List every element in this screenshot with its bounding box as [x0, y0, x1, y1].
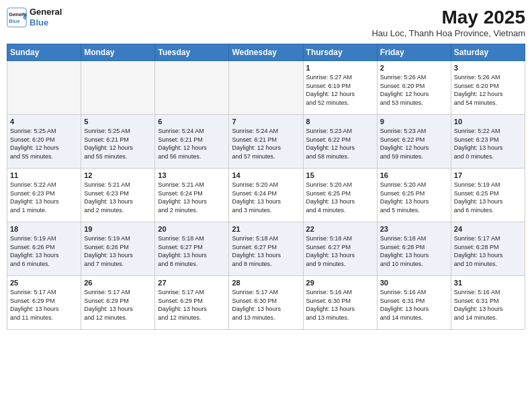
day-info: Sunrise: 5:27 AM Sunset: 6:19 PM Dayligh…: [306, 73, 374, 107]
day-info: Sunrise: 5:21 AM Sunset: 6:24 PM Dayligh…: [158, 181, 226, 214]
calendar-day-cell: 22Sunrise: 5:18 AM Sunset: 6:27 PM Dayli…: [303, 222, 377, 276]
calendar-day-cell: 1Sunrise: 5:27 AM Sunset: 6:19 PM Daylig…: [303, 61, 377, 115]
calendar-day-cell: 8Sunrise: 5:23 AM Sunset: 6:22 PM Daylig…: [303, 115, 377, 169]
logo-icon: General Blue: [7, 7, 27, 28]
day-number: 22: [306, 225, 374, 233]
page-header: General Blue General Blue May 2025 Hau L…: [7, 7, 525, 38]
calendar-week-row: 4Sunrise: 5:25 AM Sunset: 6:20 PM Daylig…: [7, 115, 525, 169]
calendar-day-cell: [7, 61, 81, 115]
day-number: 2: [380, 64, 448, 72]
calendar-day-cell: 5Sunrise: 5:25 AM Sunset: 6:21 PM Daylig…: [81, 115, 155, 169]
calendar-day-cell: 6Sunrise: 5:24 AM Sunset: 6:21 PM Daylig…: [155, 115, 229, 169]
day-header-thursday: Thursday: [303, 44, 377, 61]
calendar-day-cell: 18Sunrise: 5:19 AM Sunset: 6:26 PM Dayli…: [7, 222, 81, 276]
calendar-day-cell: 29Sunrise: 5:16 AM Sunset: 6:30 PM Dayli…: [303, 276, 377, 330]
logo-text-general: General: [30, 7, 62, 17]
calendar-day-cell: 19Sunrise: 5:19 AM Sunset: 6:26 PM Dayli…: [81, 222, 155, 276]
calendar-day-cell: [155, 61, 229, 115]
calendar-day-cell: 7Sunrise: 5:24 AM Sunset: 6:21 PM Daylig…: [229, 115, 303, 169]
day-number: 25: [10, 279, 78, 287]
day-info: Sunrise: 5:20 AM Sunset: 6:25 PM Dayligh…: [380, 181, 448, 214]
day-number: 29: [306, 279, 374, 287]
day-number: 27: [158, 279, 226, 287]
day-info: Sunrise: 5:26 AM Sunset: 6:20 PM Dayligh…: [454, 73, 522, 107]
day-number: 26: [84, 279, 152, 287]
day-info: Sunrise: 5:25 AM Sunset: 6:20 PM Dayligh…: [10, 127, 78, 161]
calendar-day-cell: 30Sunrise: 5:16 AM Sunset: 6:31 PM Dayli…: [377, 276, 451, 330]
day-info: Sunrise: 5:18 AM Sunset: 6:28 PM Dayligh…: [380, 234, 448, 268]
day-number: 11: [10, 171, 78, 179]
day-number: 23: [380, 225, 448, 233]
day-info: Sunrise: 5:16 AM Sunset: 6:31 PM Dayligh…: [380, 288, 448, 322]
day-header-tuesday: Tuesday: [155, 44, 229, 61]
day-number: 4: [10, 118, 78, 126]
calendar-day-cell: 17Sunrise: 5:19 AM Sunset: 6:25 PM Dayli…: [451, 169, 525, 222]
day-info: Sunrise: 5:16 AM Sunset: 6:30 PM Dayligh…: [306, 288, 374, 322]
day-info: Sunrise: 5:23 AM Sunset: 6:22 PM Dayligh…: [380, 127, 448, 161]
calendar-day-cell: 3Sunrise: 5:26 AM Sunset: 6:20 PM Daylig…: [451, 61, 525, 115]
calendar-day-cell: 2Sunrise: 5:26 AM Sunset: 6:20 PM Daylig…: [377, 61, 451, 115]
day-header-wednesday: Wednesday: [229, 44, 303, 61]
logo: General Blue General Blue: [7, 7, 62, 28]
day-header-monday: Monday: [81, 44, 155, 61]
month-year-title: May 2025: [371, 7, 525, 28]
day-number: 16: [380, 171, 448, 179]
title-block: May 2025 Hau Loc, Thanh Hoa Province, Vi…: [371, 7, 525, 38]
day-info: Sunrise: 5:25 AM Sunset: 6:21 PM Dayligh…: [84, 127, 152, 161]
day-number: 15: [306, 171, 374, 179]
day-number: 19: [84, 225, 152, 233]
day-info: Sunrise: 5:26 AM Sunset: 6:20 PM Dayligh…: [380, 73, 448, 107]
location-subtitle: Hau Loc, Thanh Hoa Province, Vietnam: [371, 28, 525, 38]
day-info: Sunrise: 5:24 AM Sunset: 6:21 PM Dayligh…: [158, 127, 226, 161]
day-header-saturday: Saturday: [451, 44, 525, 61]
day-info: Sunrise: 5:20 AM Sunset: 6:25 PM Dayligh…: [306, 181, 374, 214]
day-number: 12: [84, 171, 152, 179]
day-info: Sunrise: 5:19 AM Sunset: 6:26 PM Dayligh…: [10, 234, 78, 268]
calendar-week-row: 18Sunrise: 5:19 AM Sunset: 6:26 PM Dayli…: [7, 222, 525, 276]
day-number: 5: [84, 118, 152, 126]
calendar-day-cell: 28Sunrise: 5:17 AM Sunset: 6:30 PM Dayli…: [229, 276, 303, 330]
day-number: 31: [454, 279, 522, 287]
calendar-day-cell: 27Sunrise: 5:17 AM Sunset: 6:29 PM Dayli…: [155, 276, 229, 330]
day-info: Sunrise: 5:20 AM Sunset: 6:24 PM Dayligh…: [232, 181, 300, 214]
day-number: 7: [232, 118, 300, 126]
calendar-week-row: 25Sunrise: 5:17 AM Sunset: 6:29 PM Dayli…: [7, 276, 525, 330]
day-number: 21: [232, 225, 300, 233]
day-number: 3: [454, 64, 522, 72]
calendar-day-cell: 24Sunrise: 5:17 AM Sunset: 6:28 PM Dayli…: [451, 222, 525, 276]
logo-text-blue: Blue: [30, 17, 62, 28]
calendar-header-row: SundayMondayTuesdayWednesdayThursdayFrid…: [7, 44, 525, 61]
day-number: 20: [158, 225, 226, 233]
day-info: Sunrise: 5:19 AM Sunset: 6:26 PM Dayligh…: [84, 234, 152, 268]
svg-text:Blue: Blue: [9, 17, 19, 24]
calendar-table: SundayMondayTuesdayWednesdayThursdayFrid…: [7, 44, 525, 330]
day-number: 24: [454, 225, 522, 233]
day-number: 28: [232, 279, 300, 287]
calendar-day-cell: 12Sunrise: 5:21 AM Sunset: 6:23 PM Dayli…: [81, 169, 155, 222]
calendar-day-cell: 23Sunrise: 5:18 AM Sunset: 6:28 PM Dayli…: [377, 222, 451, 276]
day-info: Sunrise: 5:24 AM Sunset: 6:21 PM Dayligh…: [232, 127, 300, 161]
day-info: Sunrise: 5:17 AM Sunset: 6:30 PM Dayligh…: [232, 288, 300, 322]
calendar-day-cell: 11Sunrise: 5:22 AM Sunset: 6:23 PM Dayli…: [7, 169, 81, 222]
day-info: Sunrise: 5:18 AM Sunset: 6:27 PM Dayligh…: [158, 234, 226, 268]
calendar-day-cell: [81, 61, 155, 115]
day-info: Sunrise: 5:19 AM Sunset: 6:25 PM Dayligh…: [454, 181, 522, 214]
day-number: 8: [306, 118, 374, 126]
calendar-week-row: 1Sunrise: 5:27 AM Sunset: 6:19 PM Daylig…: [7, 61, 525, 115]
day-info: Sunrise: 5:22 AM Sunset: 6:23 PM Dayligh…: [454, 127, 522, 161]
calendar-day-cell: 31Sunrise: 5:16 AM Sunset: 6:31 PM Dayli…: [451, 276, 525, 330]
calendar-day-cell: 14Sunrise: 5:20 AM Sunset: 6:24 PM Dayli…: [229, 169, 303, 222]
calendar-day-cell: 16Sunrise: 5:20 AM Sunset: 6:25 PM Dayli…: [377, 169, 451, 222]
day-number: 14: [232, 171, 300, 179]
calendar-day-cell: 13Sunrise: 5:21 AM Sunset: 6:24 PM Dayli…: [155, 169, 229, 222]
day-header-sunday: Sunday: [7, 44, 81, 61]
calendar-day-cell: 20Sunrise: 5:18 AM Sunset: 6:27 PM Dayli…: [155, 222, 229, 276]
day-info: Sunrise: 5:17 AM Sunset: 6:29 PM Dayligh…: [10, 288, 78, 322]
day-info: Sunrise: 5:18 AM Sunset: 6:27 PM Dayligh…: [232, 234, 300, 268]
day-info: Sunrise: 5:23 AM Sunset: 6:22 PM Dayligh…: [306, 127, 374, 161]
day-info: Sunrise: 5:17 AM Sunset: 6:29 PM Dayligh…: [84, 288, 152, 322]
day-number: 10: [454, 118, 522, 126]
day-number: 1: [306, 64, 374, 72]
calendar-day-cell: [229, 61, 303, 115]
day-number: 6: [158, 118, 226, 126]
